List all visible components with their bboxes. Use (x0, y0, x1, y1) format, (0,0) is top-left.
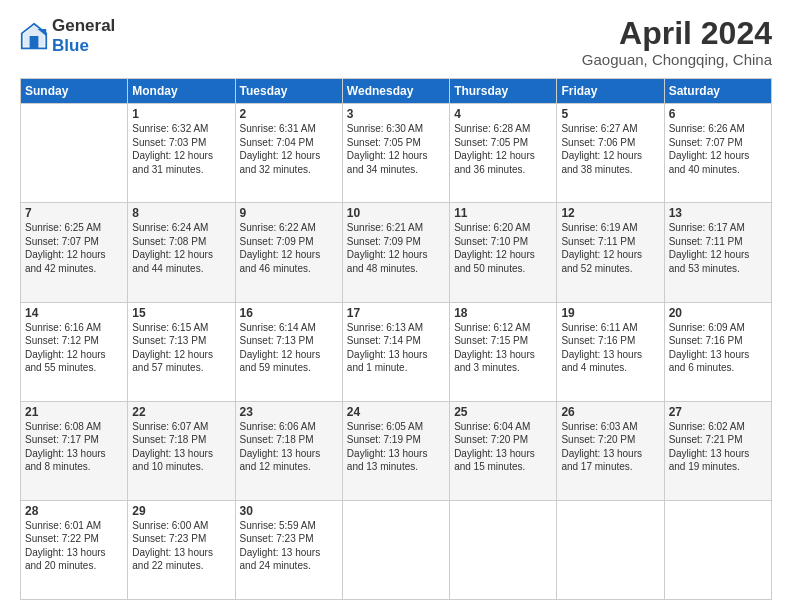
day-info: Sunrise: 6:07 AM Sunset: 7:18 PM Dayligh… (132, 420, 230, 474)
logo-text: General Blue (52, 16, 115, 56)
svg-rect-3 (30, 36, 39, 48)
day-cell: 17Sunrise: 6:13 AM Sunset: 7:14 PM Dayli… (342, 302, 449, 401)
day-info: Sunrise: 6:25 AM Sunset: 7:07 PM Dayligh… (25, 221, 123, 275)
day-cell: 28Sunrise: 6:01 AM Sunset: 7:22 PM Dayli… (21, 500, 128, 599)
day-number: 19 (561, 306, 659, 320)
day-cell: 21Sunrise: 6:08 AM Sunset: 7:17 PM Dayli… (21, 401, 128, 500)
day-info: Sunrise: 6:14 AM Sunset: 7:13 PM Dayligh… (240, 321, 338, 375)
day-cell: 5Sunrise: 6:27 AM Sunset: 7:06 PM Daylig… (557, 104, 664, 203)
day-number: 16 (240, 306, 338, 320)
day-cell (342, 500, 449, 599)
day-info: Sunrise: 6:28 AM Sunset: 7:05 PM Dayligh… (454, 122, 552, 176)
day-number: 20 (669, 306, 767, 320)
day-cell (664, 500, 771, 599)
day-info: Sunrise: 6:22 AM Sunset: 7:09 PM Dayligh… (240, 221, 338, 275)
day-number: 28 (25, 504, 123, 518)
day-number: 15 (132, 306, 230, 320)
day-info: Sunrise: 6:17 AM Sunset: 7:11 PM Dayligh… (669, 221, 767, 275)
day-cell: 3Sunrise: 6:30 AM Sunset: 7:05 PM Daylig… (342, 104, 449, 203)
day-info: Sunrise: 6:31 AM Sunset: 7:04 PM Dayligh… (240, 122, 338, 176)
title-block: April 2024 Gaoguan, Chongqing, China (582, 16, 772, 68)
day-info: Sunrise: 6:24 AM Sunset: 7:08 PM Dayligh… (132, 221, 230, 275)
day-number: 1 (132, 107, 230, 121)
week-row: 1Sunrise: 6:32 AM Sunset: 7:03 PM Daylig… (21, 104, 772, 203)
day-cell (450, 500, 557, 599)
calendar-table: SundayMondayTuesdayWednesdayThursdayFrid… (20, 78, 772, 600)
day-cell (21, 104, 128, 203)
logo-blue: Blue (52, 36, 115, 56)
day-number: 23 (240, 405, 338, 419)
day-cell: 30Sunrise: 5:59 AM Sunset: 7:23 PM Dayli… (235, 500, 342, 599)
day-cell: 29Sunrise: 6:00 AM Sunset: 7:23 PM Dayli… (128, 500, 235, 599)
day-number: 25 (454, 405, 552, 419)
day-info: Sunrise: 6:20 AM Sunset: 7:10 PM Dayligh… (454, 221, 552, 275)
week-row: 28Sunrise: 6:01 AM Sunset: 7:22 PM Dayli… (21, 500, 772, 599)
col-header-tuesday: Tuesday (235, 79, 342, 104)
day-cell: 12Sunrise: 6:19 AM Sunset: 7:11 PM Dayli… (557, 203, 664, 302)
day-info: Sunrise: 5:59 AM Sunset: 7:23 PM Dayligh… (240, 519, 338, 573)
day-number: 18 (454, 306, 552, 320)
day-cell: 26Sunrise: 6:03 AM Sunset: 7:20 PM Dayli… (557, 401, 664, 500)
day-info: Sunrise: 6:08 AM Sunset: 7:17 PM Dayligh… (25, 420, 123, 474)
day-cell: 19Sunrise: 6:11 AM Sunset: 7:16 PM Dayli… (557, 302, 664, 401)
day-number: 26 (561, 405, 659, 419)
day-number: 13 (669, 206, 767, 220)
day-info: Sunrise: 6:16 AM Sunset: 7:12 PM Dayligh… (25, 321, 123, 375)
col-header-sunday: Sunday (21, 79, 128, 104)
month-title: April 2024 (582, 16, 772, 51)
day-cell: 20Sunrise: 6:09 AM Sunset: 7:16 PM Dayli… (664, 302, 771, 401)
day-info: Sunrise: 6:13 AM Sunset: 7:14 PM Dayligh… (347, 321, 445, 375)
day-info: Sunrise: 6:21 AM Sunset: 7:09 PM Dayligh… (347, 221, 445, 275)
day-number: 2 (240, 107, 338, 121)
day-number: 3 (347, 107, 445, 121)
day-cell: 4Sunrise: 6:28 AM Sunset: 7:05 PM Daylig… (450, 104, 557, 203)
col-header-saturday: Saturday (664, 79, 771, 104)
day-number: 14 (25, 306, 123, 320)
day-info: Sunrise: 6:15 AM Sunset: 7:13 PM Dayligh… (132, 321, 230, 375)
day-cell: 22Sunrise: 6:07 AM Sunset: 7:18 PM Dayli… (128, 401, 235, 500)
day-info: Sunrise: 6:09 AM Sunset: 7:16 PM Dayligh… (669, 321, 767, 375)
day-cell: 14Sunrise: 6:16 AM Sunset: 7:12 PM Dayli… (21, 302, 128, 401)
day-cell: 25Sunrise: 6:04 AM Sunset: 7:20 PM Dayli… (450, 401, 557, 500)
day-number: 4 (454, 107, 552, 121)
day-info: Sunrise: 6:00 AM Sunset: 7:23 PM Dayligh… (132, 519, 230, 573)
day-number: 27 (669, 405, 767, 419)
day-number: 11 (454, 206, 552, 220)
day-info: Sunrise: 6:11 AM Sunset: 7:16 PM Dayligh… (561, 321, 659, 375)
day-cell (557, 500, 664, 599)
day-info: Sunrise: 6:19 AM Sunset: 7:11 PM Dayligh… (561, 221, 659, 275)
col-header-wednesday: Wednesday (342, 79, 449, 104)
logo: General Blue (20, 16, 115, 56)
day-info: Sunrise: 6:27 AM Sunset: 7:06 PM Dayligh… (561, 122, 659, 176)
week-row: 7Sunrise: 6:25 AM Sunset: 7:07 PM Daylig… (21, 203, 772, 302)
day-cell: 16Sunrise: 6:14 AM Sunset: 7:13 PM Dayli… (235, 302, 342, 401)
col-header-monday: Monday (128, 79, 235, 104)
day-info: Sunrise: 6:30 AM Sunset: 7:05 PM Dayligh… (347, 122, 445, 176)
day-cell: 24Sunrise: 6:05 AM Sunset: 7:19 PM Dayli… (342, 401, 449, 500)
day-cell: 10Sunrise: 6:21 AM Sunset: 7:09 PM Dayli… (342, 203, 449, 302)
day-info: Sunrise: 6:32 AM Sunset: 7:03 PM Dayligh… (132, 122, 230, 176)
day-cell: 11Sunrise: 6:20 AM Sunset: 7:10 PM Dayli… (450, 203, 557, 302)
col-header-friday: Friday (557, 79, 664, 104)
day-info: Sunrise: 6:26 AM Sunset: 7:07 PM Dayligh… (669, 122, 767, 176)
day-cell: 15Sunrise: 6:15 AM Sunset: 7:13 PM Dayli… (128, 302, 235, 401)
day-number: 5 (561, 107, 659, 121)
day-number: 17 (347, 306, 445, 320)
day-info: Sunrise: 6:12 AM Sunset: 7:15 PM Dayligh… (454, 321, 552, 375)
day-cell: 8Sunrise: 6:24 AM Sunset: 7:08 PM Daylig… (128, 203, 235, 302)
week-row: 21Sunrise: 6:08 AM Sunset: 7:17 PM Dayli… (21, 401, 772, 500)
calendar-page: General Blue April 2024 Gaoguan, Chongqi… (0, 0, 792, 612)
header-row: SundayMondayTuesdayWednesdayThursdayFrid… (21, 79, 772, 104)
day-number: 6 (669, 107, 767, 121)
day-number: 22 (132, 405, 230, 419)
day-info: Sunrise: 6:06 AM Sunset: 7:18 PM Dayligh… (240, 420, 338, 474)
day-number: 29 (132, 504, 230, 518)
day-number: 24 (347, 405, 445, 419)
day-info: Sunrise: 6:03 AM Sunset: 7:20 PM Dayligh… (561, 420, 659, 474)
location: Gaoguan, Chongqing, China (582, 51, 772, 68)
day-cell: 2Sunrise: 6:31 AM Sunset: 7:04 PM Daylig… (235, 104, 342, 203)
day-number: 8 (132, 206, 230, 220)
day-cell: 13Sunrise: 6:17 AM Sunset: 7:11 PM Dayli… (664, 203, 771, 302)
logo-general: General (52, 16, 115, 36)
col-header-thursday: Thursday (450, 79, 557, 104)
